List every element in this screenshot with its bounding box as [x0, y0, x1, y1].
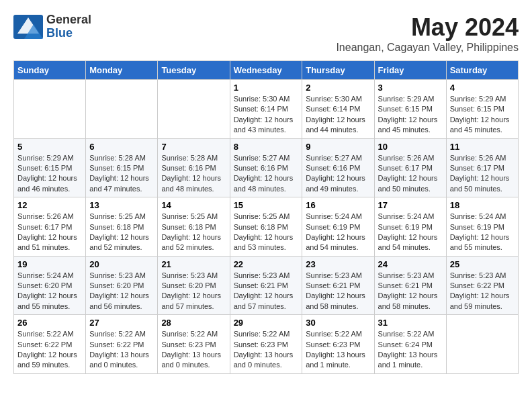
day-info: Sunrise: 5:26 AMSunset: 6:17 PMDaylight:…: [378, 153, 443, 195]
day-info: Sunrise: 5:30 AMSunset: 6:14 PMDaylight:…: [306, 94, 370, 136]
day-info: Sunrise: 5:22 AMSunset: 6:23 PMDaylight:…: [306, 329, 370, 371]
calendar-header: Sunday Monday Tuesday Wednesday Thursday…: [14, 61, 519, 80]
day-number: 17: [378, 200, 443, 210]
day-number: 8: [234, 142, 299, 152]
header-saturday: Saturday: [446, 61, 518, 80]
day-number: 26: [17, 318, 82, 328]
calendar-cell: 1Sunrise: 5:30 AMSunset: 6:14 PMDaylight…: [230, 80, 302, 139]
day-info: Sunrise: 5:22 AMSunset: 6:22 PMDaylight:…: [17, 329, 82, 371]
day-info: Sunrise: 5:29 AMSunset: 6:15 PMDaylight:…: [450, 94, 515, 136]
day-info: Sunrise: 5:30 AMSunset: 6:14 PMDaylight:…: [234, 94, 299, 136]
calendar-cell: 5Sunrise: 5:29 AMSunset: 6:15 PMDaylight…: [14, 138, 86, 197]
day-info: Sunrise: 5:26 AMSunset: 6:17 PMDaylight:…: [17, 212, 82, 253]
day-info: Sunrise: 5:24 AMSunset: 6:19 PMDaylight:…: [450, 212, 515, 253]
day-info: Sunrise: 5:23 AMSunset: 6:21 PMDaylight:…: [234, 271, 299, 312]
day-number: 30: [306, 318, 370, 328]
calendar-cell: 27Sunrise: 5:22 AMSunset: 6:22 PMDayligh…: [86, 315, 158, 374]
calendar-body: 1Sunrise: 5:30 AMSunset: 6:14 PMDaylight…: [14, 80, 519, 374]
title-section: May 2024 Ineangan, Cagayan Valley, Phili…: [336, 13, 519, 54]
calendar-cell: 24Sunrise: 5:23 AMSunset: 6:21 PMDayligh…: [374, 256, 446, 315]
calendar-cell: 19Sunrise: 5:24 AMSunset: 6:20 PMDayligh…: [14, 256, 86, 315]
calendar-cell: 29Sunrise: 5:22 AMSunset: 6:23 PMDayligh…: [230, 315, 302, 374]
day-info: Sunrise: 5:28 AMSunset: 6:15 PMDaylight:…: [89, 153, 154, 195]
header-wednesday: Wednesday: [230, 61, 302, 80]
calendar-cell: 6Sunrise: 5:28 AMSunset: 6:15 PMDaylight…: [86, 138, 158, 197]
calendar-week-1: 1Sunrise: 5:30 AMSunset: 6:14 PMDaylight…: [14, 80, 519, 139]
day-info: Sunrise: 5:24 AMSunset: 6:19 PMDaylight:…: [378, 212, 443, 253]
header-tuesday: Tuesday: [158, 61, 230, 80]
day-info: Sunrise: 5:25 AMSunset: 6:18 PMDaylight:…: [161, 212, 226, 253]
day-number: 13: [89, 200, 154, 210]
calendar-cell: [86, 80, 158, 139]
calendar-cell: [446, 315, 518, 374]
day-info: Sunrise: 5:23 AMSunset: 6:21 PMDaylight:…: [378, 271, 443, 312]
day-number: 20: [89, 259, 154, 269]
day-info: Sunrise: 5:22 AMSunset: 6:24 PMDaylight:…: [378, 329, 443, 371]
calendar-cell: 3Sunrise: 5:29 AMSunset: 6:15 PMDaylight…: [374, 80, 446, 139]
calendar-week-4: 19Sunrise: 5:24 AMSunset: 6:20 PMDayligh…: [14, 256, 519, 315]
calendar-cell: 28Sunrise: 5:22 AMSunset: 6:23 PMDayligh…: [158, 315, 230, 374]
day-info: Sunrise: 5:27 AMSunset: 6:16 PMDaylight:…: [306, 153, 370, 195]
logo-general: General: [46, 13, 91, 27]
header-row: Sunday Monday Tuesday Wednesday Thursday…: [14, 61, 519, 80]
calendar-cell: 20Sunrise: 5:23 AMSunset: 6:20 PMDayligh…: [86, 256, 158, 315]
calendar-cell: [14, 80, 86, 139]
month-title: May 2024: [336, 13, 519, 42]
day-info: Sunrise: 5:23 AMSunset: 6:21 PMDaylight:…: [306, 271, 370, 312]
calendar-cell: 17Sunrise: 5:24 AMSunset: 6:19 PMDayligh…: [374, 197, 446, 257]
calendar-cell: 16Sunrise: 5:24 AMSunset: 6:19 PMDayligh…: [302, 197, 374, 257]
day-info: Sunrise: 5:24 AMSunset: 6:20 PMDaylight:…: [17, 271, 82, 312]
calendar-cell: 23Sunrise: 5:23 AMSunset: 6:21 PMDayligh…: [302, 256, 374, 315]
day-number: 4: [450, 83, 515, 93]
calendar-week-5: 26Sunrise: 5:22 AMSunset: 6:22 PMDayligh…: [14, 315, 519, 374]
calendar-cell: 15Sunrise: 5:25 AMSunset: 6:18 PMDayligh…: [230, 197, 302, 257]
calendar-cell: 4Sunrise: 5:29 AMSunset: 6:15 PMDaylight…: [446, 80, 518, 139]
day-info: Sunrise: 5:26 AMSunset: 6:17 PMDaylight:…: [450, 153, 515, 195]
day-number: 5: [17, 142, 82, 152]
calendar-cell: 31Sunrise: 5:22 AMSunset: 6:24 PMDayligh…: [374, 315, 446, 374]
calendar-cell: 25Sunrise: 5:23 AMSunset: 6:22 PMDayligh…: [446, 256, 518, 315]
day-number: 12: [17, 200, 82, 210]
day-info: Sunrise: 5:24 AMSunset: 6:19 PMDaylight:…: [306, 212, 370, 253]
calendar-cell: 10Sunrise: 5:26 AMSunset: 6:17 PMDayligh…: [374, 138, 446, 197]
header-thursday: Thursday: [302, 61, 374, 80]
day-number: 19: [17, 259, 82, 269]
day-info: Sunrise: 5:23 AMSunset: 6:20 PMDaylight:…: [161, 271, 226, 312]
day-number: 15: [234, 200, 299, 210]
day-number: 9: [306, 142, 370, 152]
day-info: Sunrise: 5:27 AMSunset: 6:16 PMDaylight:…: [234, 153, 299, 195]
calendar-cell: 18Sunrise: 5:24 AMSunset: 6:19 PMDayligh…: [446, 197, 518, 257]
day-info: Sunrise: 5:28 AMSunset: 6:16 PMDaylight:…: [161, 153, 226, 195]
calendar-cell: 22Sunrise: 5:23 AMSunset: 6:21 PMDayligh…: [230, 256, 302, 315]
day-number: 25: [450, 259, 515, 269]
calendar-cell: 21Sunrise: 5:23 AMSunset: 6:20 PMDayligh…: [158, 256, 230, 315]
logo-blue: Blue: [46, 27, 91, 40]
calendar-cell: 30Sunrise: 5:22 AMSunset: 6:23 PMDayligh…: [302, 315, 374, 374]
day-info: Sunrise: 5:25 AMSunset: 6:18 PMDaylight:…: [89, 212, 154, 253]
day-number: 16: [306, 200, 370, 210]
calendar-cell: 2Sunrise: 5:30 AMSunset: 6:14 PMDaylight…: [302, 80, 374, 139]
day-info: Sunrise: 5:29 AMSunset: 6:15 PMDaylight:…: [17, 153, 82, 195]
logo-text: General Blue: [46, 13, 91, 40]
day-number: 3: [378, 83, 443, 93]
calendar-cell: 26Sunrise: 5:22 AMSunset: 6:22 PMDayligh…: [14, 315, 86, 374]
day-info: Sunrise: 5:23 AMSunset: 6:20 PMDaylight:…: [89, 271, 154, 312]
logo: General Blue: [13, 13, 91, 40]
day-number: 22: [234, 259, 299, 269]
day-info: Sunrise: 5:22 AMSunset: 6:22 PMDaylight:…: [89, 329, 154, 371]
day-number: 23: [306, 259, 370, 269]
day-number: 11: [450, 142, 515, 152]
day-info: Sunrise: 5:25 AMSunset: 6:18 PMDaylight:…: [234, 212, 299, 253]
day-number: 24: [378, 259, 443, 269]
day-number: 29: [234, 318, 299, 328]
header-sunday: Sunday: [14, 61, 86, 80]
header-friday: Friday: [374, 61, 446, 80]
day-number: 31: [378, 318, 443, 328]
calendar-cell: 7Sunrise: 5:28 AMSunset: 6:16 PMDaylight…: [158, 138, 230, 197]
logo-icon: [13, 15, 43, 39]
calendar-cell: 14Sunrise: 5:25 AMSunset: 6:18 PMDayligh…: [158, 197, 230, 257]
calendar-cell: 8Sunrise: 5:27 AMSunset: 6:16 PMDaylight…: [230, 138, 302, 197]
calendar-table: Sunday Monday Tuesday Wednesday Thursday…: [13, 60, 519, 374]
day-info: Sunrise: 5:22 AMSunset: 6:23 PMDaylight:…: [234, 329, 299, 371]
day-number: 7: [161, 142, 226, 152]
